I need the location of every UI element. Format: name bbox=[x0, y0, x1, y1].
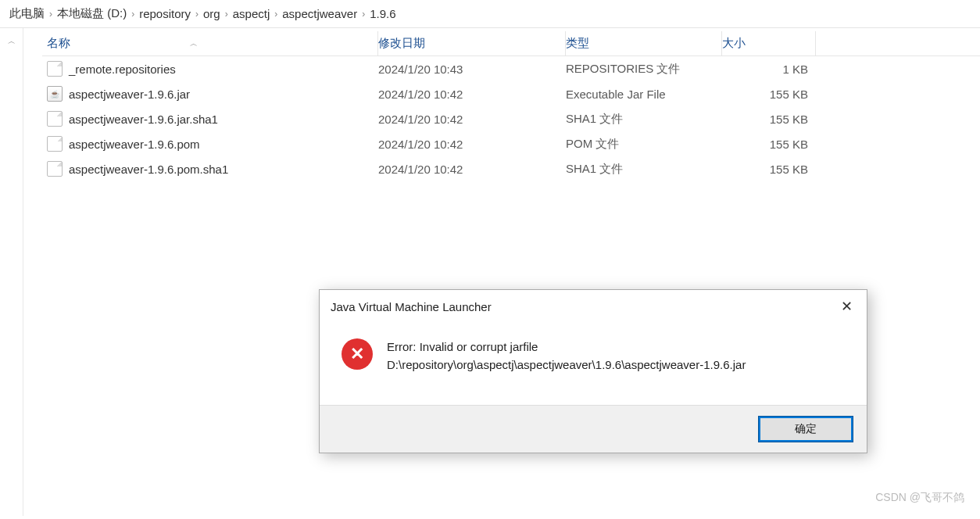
dialog-footer: 确定 bbox=[320, 405, 867, 453]
chevron-right-icon: › bbox=[225, 9, 228, 20]
file-date: 2024/1/20 10:42 bbox=[378, 138, 566, 151]
files-body: _remote.repositories2024/1/20 10:43REPOS… bbox=[42, 56, 980, 181]
table-row[interactable]: ☕aspectjweaver-1.9.6.jar2024/1/20 10:42E… bbox=[42, 81, 980, 106]
file-size: 155 KB bbox=[722, 138, 816, 151]
file-icon bbox=[47, 111, 63, 127]
dialog-message-line1: Error: Invalid or corrupt jarfile bbox=[387, 338, 746, 356]
table-row[interactable]: aspectjweaver-1.9.6.pom.sha12024/1/20 10… bbox=[42, 156, 980, 181]
breadcrumb-item[interactable]: org bbox=[203, 7, 220, 20]
breadcrumb: 此电脑›本地磁盘 (D:)›repository›org›aspectj›asp… bbox=[0, 0, 980, 28]
chevron-right-icon: › bbox=[195, 9, 199, 20]
file-date: 2024/1/20 10:43 bbox=[378, 63, 566, 76]
file-size: 155 KB bbox=[722, 163, 816, 176]
error-dialog: Java Virtual Machine Launcher ✕ ✕ Error:… bbox=[319, 289, 867, 453]
breadcrumb-item[interactable]: aspectjweaver bbox=[282, 7, 357, 20]
dialog-title-text: Java Virtual Machine Launcher bbox=[331, 300, 492, 313]
column-date-label: 修改日期 bbox=[378, 36, 425, 51]
file-icon bbox=[47, 136, 63, 152]
dialog-message-line2: D:\repository\org\aspectj\aspectjweaver\… bbox=[387, 356, 746, 374]
file-type: SHA1 文件 bbox=[566, 162, 722, 177]
column-type-label: 类型 bbox=[566, 36, 589, 51]
file-name: aspectjweaver-1.9.6.jar.sha1 bbox=[69, 113, 218, 126]
column-type[interactable]: 类型 bbox=[566, 31, 722, 55]
ok-button[interactable]: 确定 bbox=[759, 417, 853, 442]
breadcrumb-item[interactable]: 此电脑 bbox=[9, 6, 45, 21]
column-date[interactable]: 修改日期 bbox=[378, 31, 566, 55]
table-row[interactable]: aspectjweaver-1.9.6.jar.sha12024/1/20 10… bbox=[42, 106, 980, 131]
chevron-right-icon: › bbox=[131, 9, 134, 20]
dialog-body: ✕ Error: Invalid or corrupt jarfile D:\r… bbox=[320, 323, 867, 405]
file-date: 2024/1/20 10:42 bbox=[378, 88, 566, 101]
file-type: REPOSITORIES 文件 bbox=[566, 62, 722, 77]
file-icon bbox=[47, 61, 63, 77]
file-date: 2024/1/20 10:42 bbox=[378, 163, 566, 176]
breadcrumb-item[interactable]: 1.9.6 bbox=[370, 7, 395, 20]
breadcrumb-item[interactable]: aspectj bbox=[233, 7, 270, 20]
file-name: aspectjweaver-1.9.6.pom bbox=[69, 138, 200, 151]
error-icon: ✕ bbox=[342, 338, 373, 370]
file-type: SHA1 文件 bbox=[566, 112, 722, 127]
column-name-label: 名称 bbox=[47, 36, 70, 51]
file-name: aspectjweaver-1.9.6.jar bbox=[69, 88, 190, 101]
file-icon bbox=[47, 161, 63, 177]
sort-indicator-icon: ︿ bbox=[190, 38, 198, 49]
file-size: 155 KB bbox=[722, 88, 816, 101]
file-name: aspectjweaver-1.9.6.pom.sha1 bbox=[69, 163, 228, 176]
scroll-up-icon[interactable]: ︿ bbox=[8, 36, 16, 47]
breadcrumb-item[interactable]: repository bbox=[139, 7, 191, 20]
table-row[interactable]: aspectjweaver-1.9.6.pom2024/1/20 10:42PO… bbox=[42, 131, 980, 156]
column-headers: 名称 ︿ 修改日期 类型 大小 bbox=[42, 28, 980, 56]
file-date: 2024/1/20 10:42 bbox=[378, 113, 566, 126]
file-type: POM 文件 bbox=[566, 137, 722, 152]
chevron-right-icon: › bbox=[362, 9, 365, 20]
close-icon[interactable]: ✕ bbox=[838, 298, 856, 315]
chevron-right-icon: › bbox=[274, 9, 277, 20]
dialog-message: Error: Invalid or corrupt jarfile D:\rep… bbox=[387, 338, 746, 374]
table-row[interactable]: _remote.repositories2024/1/20 10:43REPOS… bbox=[42, 56, 980, 81]
breadcrumb-item[interactable]: 本地磁盘 (D:) bbox=[57, 6, 127, 21]
watermark: CSDN @飞哥不鸽 bbox=[875, 491, 964, 505]
left-gutter: ︿ bbox=[0, 28, 23, 516]
file-size: 155 KB bbox=[722, 113, 816, 126]
dialog-titlebar: Java Virtual Machine Launcher ✕ bbox=[320, 290, 867, 323]
chevron-right-icon: › bbox=[49, 9, 52, 20]
column-name[interactable]: 名称 ︿ bbox=[42, 31, 378, 55]
jar-icon: ☕ bbox=[47, 86, 63, 102]
column-size-label: 大小 bbox=[722, 36, 746, 51]
file-type: Executable Jar File bbox=[566, 88, 722, 101]
column-size[interactable]: 大小 bbox=[722, 31, 816, 55]
file-size: 1 KB bbox=[722, 63, 816, 76]
file-name: _remote.repositories bbox=[69, 63, 176, 76]
